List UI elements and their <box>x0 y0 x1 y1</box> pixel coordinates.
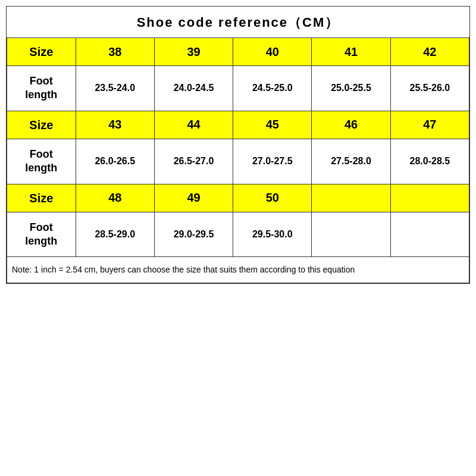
length-43: 26.0-26.5 <box>76 139 154 184</box>
size-43: 43 <box>76 111 154 139</box>
length-38: 23.5-24.0 <box>76 66 154 111</box>
length-row-2: Footlength 26.0-26.5 26.5-27.0 27.0-27.5… <box>7 139 469 184</box>
size-row-1: Size 38 39 40 41 42 <box>7 38 469 66</box>
size-row-3: Size 48 49 50 <box>7 184 469 212</box>
size-39: 39 <box>154 38 233 66</box>
size-42: 42 <box>390 38 469 66</box>
size-44: 44 <box>154 111 233 139</box>
size-40: 40 <box>233 38 312 66</box>
length-44: 26.5-27.0 <box>154 139 233 184</box>
length-42: 25.5-26.0 <box>390 66 469 111</box>
length-row-3: Footlength 28.5-29.0 29.0-29.5 29.5-30.0 <box>7 212 469 257</box>
length-49: 29.0-29.5 <box>154 212 233 257</box>
size-41: 41 <box>312 38 390 66</box>
length-47: 28.0-28.5 <box>390 139 469 184</box>
size-label-2: Size <box>7 111 76 139</box>
size-label-3: Size <box>7 184 76 212</box>
length-46: 27.5-28.0 <box>312 139 390 184</box>
length-41: 25.0-25.5 <box>312 66 390 111</box>
length-39: 24.0-24.5 <box>154 66 233 111</box>
size-47: 47 <box>390 111 469 139</box>
size-row-2: Size 43 44 45 46 47 <box>7 111 469 139</box>
length-40: 24.5-25.0 <box>233 66 312 111</box>
foot-length-label-2: Footlength <box>7 139 76 184</box>
size-reference-table: Size 38 39 40 41 42 Footlength 23.5-24.0… <box>7 37 469 283</box>
main-container: Shoe code reference（CM） Size 38 39 40 41… <box>6 6 470 284</box>
note-text: Note: 1 inch = 2.54 cm, buyers can choos… <box>7 257 469 283</box>
size-label-1: Size <box>7 38 76 66</box>
length-45: 27.0-27.5 <box>233 139 312 184</box>
length-empty-1 <box>312 212 390 257</box>
size-49: 49 <box>154 184 233 212</box>
size-48: 48 <box>76 184 154 212</box>
note-row: Note: 1 inch = 2.54 cm, buyers can choos… <box>7 257 469 283</box>
foot-length-label-1: Footlength <box>7 66 76 111</box>
page-title: Shoe code reference（CM） <box>7 7 469 37</box>
size-38: 38 <box>76 38 154 66</box>
foot-length-label-3: Footlength <box>7 212 76 257</box>
size-50: 50 <box>233 184 312 212</box>
length-empty-2 <box>390 212 469 257</box>
size-46: 46 <box>312 111 390 139</box>
length-50: 29.5-30.0 <box>233 212 312 257</box>
length-row-1: Footlength 23.5-24.0 24.0-24.5 24.5-25.0… <box>7 66 469 111</box>
size-45: 45 <box>233 111 312 139</box>
size-empty-2 <box>390 184 469 212</box>
length-48: 28.5-29.0 <box>76 212 154 257</box>
size-empty-1 <box>312 184 390 212</box>
